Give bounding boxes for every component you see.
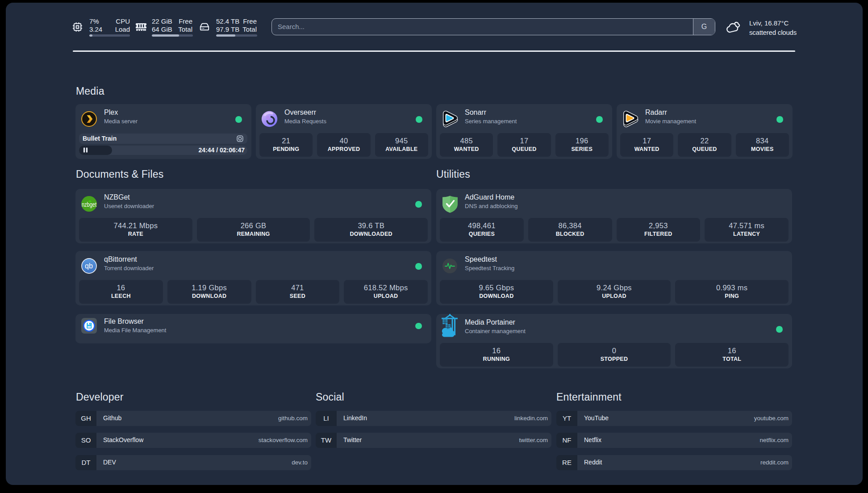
svg-text:qb: qb [85, 262, 93, 270]
svg-text:nzbget: nzbget [82, 201, 96, 208]
